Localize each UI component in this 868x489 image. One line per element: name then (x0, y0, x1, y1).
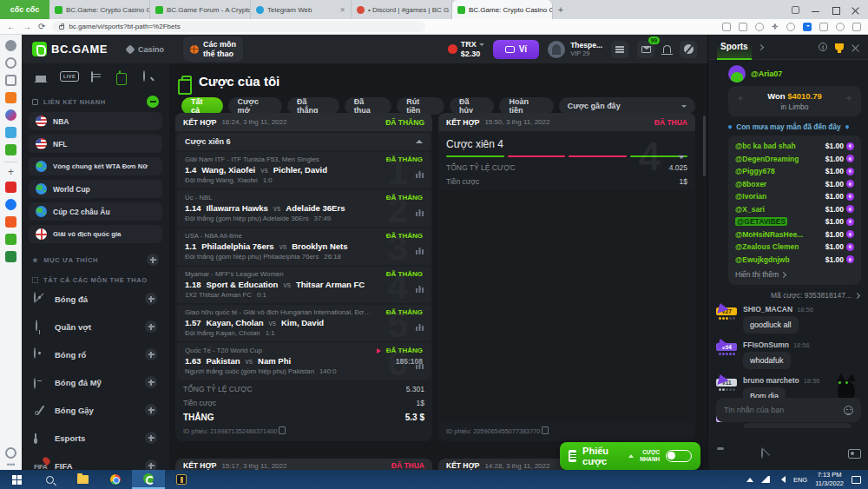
feed-icon[interactable] (5, 75, 16, 86)
quick-bet-toggle[interactable] (666, 450, 692, 462)
notification-bell-icon[interactable] (5, 447, 16, 459)
download-manager-icon[interactable] (803, 23, 812, 31)
expand-football-button[interactable] (145, 293, 157, 305)
show-more-link[interactable]: Hiển thị thêm (735, 266, 854, 281)
garden-app-icon[interactable] (5, 234, 16, 245)
sidebar-item-esports[interactable]: Esports (29, 427, 162, 448)
gamepad-icon[interactable] (5, 144, 16, 155)
filter-lost[interactable]: Đã thua (345, 97, 391, 115)
downloads-icon[interactable] (852, 23, 861, 31)
close-window-button[interactable] (852, 6, 859, 14)
close-chat-icon[interactable] (852, 43, 859, 51)
crown-app-icon[interactable] (5, 92, 16, 103)
search-icon[interactable] (143, 70, 157, 83)
reload-button[interactable]: ⟳ (38, 22, 45, 31)
shopee-icon[interactable] (5, 216, 16, 228)
share-icon[interactable] (755, 23, 764, 31)
add-shortcut-icon[interactable]: + (8, 169, 14, 175)
language-indicator[interactable]: ENG (793, 476, 807, 484)
sort-dropdown[interactable]: Cược gần đây (559, 97, 695, 115)
filter-won[interactable]: Đã thắng (287, 97, 339, 115)
info-icon[interactable]: i (819, 43, 827, 51)
sidebar-item-cupc2[interactable]: Cúp C2 châu Âu (29, 202, 162, 221)
tab-close-icon[interactable]: ✕ (339, 6, 345, 14)
bookmark-star-icon[interactable] (772, 23, 779, 30)
bcgame-logo[interactable]: BC.GAME (32, 42, 108, 56)
more-options-icon[interactable]: ••• (7, 463, 15, 466)
profile-icon[interactable] (836, 23, 845, 31)
nav-casino[interactable]: Casino (120, 42, 171, 57)
stats-icon[interactable] (416, 286, 424, 293)
tab-bcgame-forum[interactable]: BC.Game Forum - A Cryptoc.✕ (150, 0, 251, 19)
extensions-icon[interactable] (819, 23, 828, 31)
settings-gear-icon[interactable] (5, 40, 16, 51)
vip-progress-icon[interactable] (611, 41, 628, 58)
sidebar-item-worldcup[interactable]: World Cup (29, 180, 162, 198)
chrome-icon[interactable] (99, 470, 132, 489)
bet-code-link[interactable]: Mã cược: 9353818147... (718, 291, 859, 300)
user-profile[interactable]: Thespe... VIP 29 (548, 41, 602, 58)
collapse-quick-links-button[interactable] (147, 96, 159, 108)
rules-icon[interactable] (761, 447, 763, 459)
history-icon[interactable] (5, 57, 16, 69)
youtube-icon[interactable] (5, 182, 16, 193)
filter-cashout[interactable]: Rút tiền (397, 97, 444, 115)
my-bets-icon[interactable] (117, 70, 131, 83)
clock[interactable]: 7:13 PM11/3/2022 (815, 471, 844, 488)
expand-basketball-button[interactable] (145, 348, 157, 360)
gif-picker-icon[interactable] (848, 449, 861, 459)
stats-icon[interactable] (416, 248, 424, 254)
inbox-button[interactable]: 99 (637, 41, 654, 58)
filter-cancelled[interactable]: Đã hủy (450, 97, 494, 115)
scrollbar-thumb[interactable] (703, 116, 706, 176)
schedule-calendar-icon[interactable] (91, 70, 105, 83)
sidebar-item-football[interactable]: Bóng đá (29, 288, 162, 309)
leaf-app-icon[interactable] (5, 251, 16, 262)
shield-icon[interactable] (786, 23, 795, 31)
live-icon[interactable]: LIVE (60, 71, 79, 82)
minimize-button[interactable] (812, 6, 819, 14)
home-icon[interactable] (34, 70, 48, 83)
messenger-icon[interactable] (5, 109, 16, 121)
url-field[interactable]: bc.game/vi/sports?bt-path=%2Fbets (52, 21, 425, 32)
bell-icon[interactable] (663, 45, 671, 53)
chevron-right-icon[interactable] (758, 43, 764, 50)
expand-tennis-button[interactable] (145, 320, 157, 333)
tab-bcgame-active[interactable]: BC.Game: Crypto Casino Gai✕ (452, 0, 553, 19)
taskbar-search-icon[interactable] (33, 470, 66, 489)
chat-input-box[interactable] (716, 398, 861, 422)
stats-icon[interactable] (416, 362, 424, 369)
file-explorer-icon[interactable] (66, 470, 99, 489)
nav-sports[interactable]: Các mônthể thao (183, 36, 243, 62)
chat-input[interactable] (724, 406, 844, 414)
sidebar-item-american-football[interactable]: Bóng đá Mỹ (29, 372, 162, 393)
tab-bcgame-1[interactable]: BC.Game: Crypto Casino Gan✕ (49, 0, 150, 19)
forward-button[interactable]: → (23, 22, 31, 31)
sidebar-item-fifa[interactable]: FIFAFIFA (29, 455, 162, 470)
sidebar-item-cricket[interactable]: Bóng Gậy (29, 400, 162, 420)
coccoc-taskbar-icon[interactable] (132, 470, 165, 489)
zalo-icon[interactable] (5, 127, 16, 138)
back-button[interactable]: ← (7, 22, 16, 31)
tab-discord[interactable]: • Discord | #games | BC G✕ (352, 0, 452, 19)
stats-icon[interactable] (416, 209, 424, 216)
tab-telegram[interactable]: Telegram Web✕ (251, 0, 352, 19)
expand-cricket-button[interactable] (145, 404, 157, 416)
facebook-icon[interactable] (5, 199, 16, 210)
filter-open[interactable]: Cược mở (228, 97, 283, 115)
copy-icon[interactable] (543, 428, 549, 434)
chat-tab-sports[interactable]: Sports (717, 35, 752, 60)
screenshot-icon[interactable] (722, 23, 731, 31)
expand-fifa-button[interactable] (145, 459, 157, 470)
sidebar-item-wta[interactable]: Vòng chung kết WTA Đơn Nữ (29, 157, 162, 175)
start-button[interactable] (0, 470, 33, 489)
sidebar-item-national-league[interactable]: Giải vô địch quốc gia (29, 225, 162, 243)
add-favorite-button[interactable] (147, 254, 159, 266)
action-center-icon[interactable] (852, 476, 861, 484)
expand-esports-button[interactable] (145, 432, 157, 444)
sidebar-item-basketball[interactable]: Bóng rổ (29, 344, 162, 365)
bet-slip-button[interactable]: Phiếu cược CƯỢCNHANH (560, 442, 700, 470)
emoji-icon[interactable] (844, 406, 853, 415)
parlay-toggle[interactable]: Cược xiên 6 (177, 133, 431, 150)
new-tab-button[interactable]: + (553, 0, 569, 19)
